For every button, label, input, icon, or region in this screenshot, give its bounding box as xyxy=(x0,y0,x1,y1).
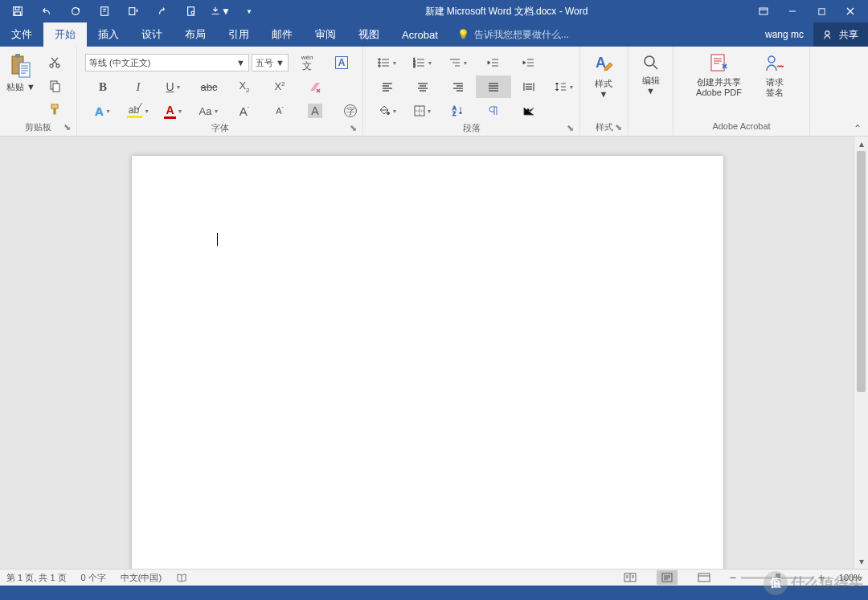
paste-label: 粘贴 xyxy=(6,82,24,92)
minimize-button[interactable] xyxy=(778,0,807,22)
share-button[interactable]: 共享 xyxy=(813,22,868,47)
paragraph-dialog-launcher[interactable]: ⬊ xyxy=(565,123,575,133)
font-dialog-launcher[interactable]: ⬊ xyxy=(348,123,358,133)
zoom-level[interactable]: 100% xyxy=(829,573,862,582)
qat-button-3[interactable] xyxy=(148,0,177,22)
italic-button[interactable]: I xyxy=(121,76,156,98)
zoom-out-button[interactable]: − xyxy=(730,571,736,584)
show-marks-button[interactable] xyxy=(476,100,511,122)
borders-button[interactable]: ▼ xyxy=(405,100,440,122)
highlight-button[interactable]: ab⁄▼ xyxy=(121,100,156,122)
tell-me[interactable]: 💡告诉我您想要做什么... xyxy=(449,22,755,47)
read-mode-button[interactable] xyxy=(620,570,641,585)
svg-rect-12 xyxy=(15,54,20,58)
tell-me-label: 告诉我您想要做什么... xyxy=(474,28,569,42)
align-right-button[interactable] xyxy=(440,76,476,98)
print-layout-button[interactable] xyxy=(657,570,678,585)
qat-button-1[interactable] xyxy=(90,0,119,22)
superscript-button[interactable]: X2 xyxy=(262,76,297,98)
numbering-button[interactable]: 123▼ xyxy=(405,51,440,74)
web-layout-button[interactable] xyxy=(694,570,714,585)
zoom-in-button[interactable]: + xyxy=(818,571,825,584)
character-border-button[interactable]: A xyxy=(326,51,358,74)
editing-button[interactable]: 编辑▼ xyxy=(632,48,669,96)
change-case-button[interactable]: Aa▼ xyxy=(191,100,227,122)
bullets-button[interactable]: ▼ xyxy=(370,51,405,74)
styles-button[interactable]: A 样式▼ xyxy=(583,48,624,100)
ribbon-display-button[interactable] xyxy=(749,0,778,22)
grow-font-button[interactable]: Aˆ xyxy=(227,100,262,122)
qat-customize-button[interactable]: ▼ xyxy=(235,0,264,22)
save-button[interactable] xyxy=(3,0,32,22)
page-number[interactable]: 第 1 页, 共 1 页 xyxy=(6,572,67,584)
tab-references[interactable]: 引用 xyxy=(217,22,260,47)
redo-button[interactable] xyxy=(61,0,90,22)
decrease-indent-button[interactable] xyxy=(476,51,511,74)
status-bar: 第 1 页, 共 1 页 0 个字 中文(中国) − + 100% xyxy=(0,569,868,586)
clear-formatting-button[interactable] xyxy=(297,76,333,98)
zoom-slider[interactable] xyxy=(741,577,813,579)
scroll-thumb[interactable] xyxy=(857,151,866,392)
shrink-font-button[interactable]: Aˇ xyxy=(262,100,297,122)
line-spacing-button[interactable]: ▼ xyxy=(547,76,582,98)
horizontal-scroll-strip xyxy=(0,586,868,600)
tab-insert[interactable]: 插入 xyxy=(87,22,130,47)
sort-button[interactable]: AZ xyxy=(440,100,476,122)
styles-dialog-launcher[interactable]: ⬊ xyxy=(613,122,623,132)
scroll-down-button[interactable]: ▾ xyxy=(854,554,868,569)
language[interactable]: 中文(中国) xyxy=(121,572,162,584)
align-justify-button[interactable] xyxy=(476,76,511,98)
text-effects-button[interactable]: A▼ xyxy=(85,100,121,122)
bold-button[interactable]: B xyxy=(85,76,121,98)
page[interactable] xyxy=(132,156,723,569)
svg-text:A: A xyxy=(452,105,457,111)
character-shading-button[interactable]: A xyxy=(297,100,333,122)
qat-button-2[interactable] xyxy=(119,0,148,22)
tab-review[interactable]: 审阅 xyxy=(304,22,347,47)
font-size-select[interactable]: 五号▼ xyxy=(252,54,289,71)
enclose-characters-button[interactable]: 字 xyxy=(333,100,368,122)
multilevel-list-button[interactable]: ▼ xyxy=(440,51,476,74)
subscript-button[interactable]: X2 xyxy=(227,76,262,98)
strikethrough-button[interactable]: abc xyxy=(191,76,227,98)
underline-button[interactable]: U▼ xyxy=(156,76,191,98)
align-center-button[interactable] xyxy=(405,76,440,98)
paste-button[interactable]: 粘贴 ▼ xyxy=(3,48,39,92)
cut-button[interactable] xyxy=(39,51,71,74)
word-count[interactable]: 0 个字 xyxy=(81,572,106,584)
snap-to-grid-button[interactable] xyxy=(511,100,547,122)
font-color-button[interactable]: A▼ xyxy=(156,100,191,122)
tab-home[interactable]: 开始 xyxy=(43,22,87,47)
book-icon[interactable] xyxy=(176,573,187,582)
tab-design[interactable]: 设计 xyxy=(130,22,174,47)
create-pdf-button[interactable]: 创建并共享Adobe PDF xyxy=(686,48,752,98)
format-painter-button[interactable] xyxy=(39,98,71,120)
distributed-button[interactable] xyxy=(511,76,547,98)
tab-file[interactable]: 文件 xyxy=(0,22,43,47)
svg-point-19 xyxy=(378,59,379,60)
align-left-button[interactable] xyxy=(370,76,405,98)
tab-view[interactable]: 视图 xyxy=(347,22,391,47)
copy-button[interactable] xyxy=(39,75,71,97)
collapse-ribbon-button[interactable]: ⌃ xyxy=(852,123,863,134)
tab-layout[interactable]: 布局 xyxy=(174,22,217,47)
tab-acrobat[interactable]: Acrobat xyxy=(391,22,449,47)
clipboard-dialog-launcher[interactable]: ⬊ xyxy=(62,122,72,132)
undo-button[interactable] xyxy=(32,0,61,22)
phonetic-guide-button[interactable]: wén文 xyxy=(291,51,323,74)
maximize-button[interactable] xyxy=(807,0,836,22)
svg-point-20 xyxy=(378,62,379,63)
svg-point-21 xyxy=(378,65,379,67)
font-name-select[interactable]: 等线 (中文正文)▼ xyxy=(85,54,249,71)
close-button[interactable] xyxy=(836,0,865,22)
user-name[interactable]: wang mc xyxy=(755,22,813,47)
tab-mailings[interactable]: 邮件 xyxy=(260,22,304,47)
request-signature-button[interactable]: 请求签名 xyxy=(752,48,797,98)
qat-button-4[interactable] xyxy=(177,0,206,22)
scroll-up-button[interactable]: ▴ xyxy=(854,137,868,151)
search-icon xyxy=(641,53,661,72)
increase-indent-button[interactable] xyxy=(511,51,547,74)
shading-button[interactable]: ▼ xyxy=(370,100,405,122)
qat-button-5[interactable]: ▼ xyxy=(206,0,235,22)
vertical-scrollbar[interactable]: ▴ ▾ xyxy=(854,137,868,569)
